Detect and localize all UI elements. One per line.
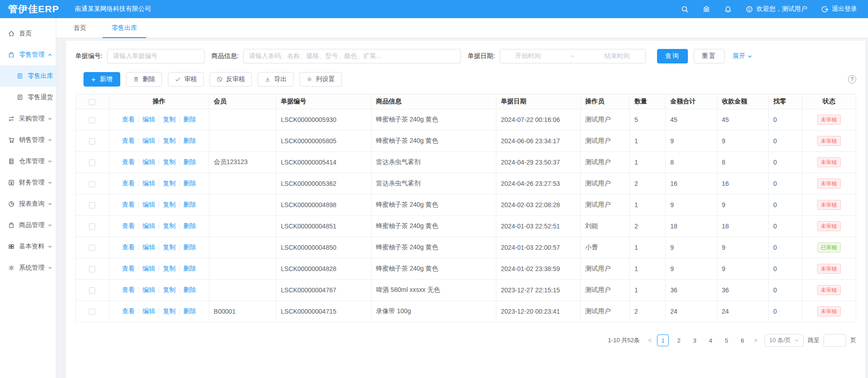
row-checkbox[interactable] xyxy=(89,223,95,230)
product-info-input[interactable]: 请输入条码、名称、规格、型号、颜色、扩展... xyxy=(243,49,461,63)
delete-link[interactable]: 删除 xyxy=(183,265,196,272)
delete-link[interactable]: 删除 xyxy=(183,201,196,208)
sidebar-item-home[interactable]: 首页 xyxy=(0,23,56,44)
delete-link[interactable]: 删除 xyxy=(183,116,196,123)
delete-link[interactable]: 删除 xyxy=(183,137,196,144)
unaudit-button[interactable]: 反审核 xyxy=(210,72,252,87)
view-link[interactable]: 查看 xyxy=(122,201,135,208)
tab-retail-outbound[interactable]: 零售出库 xyxy=(109,18,140,38)
sidebar-item-sales-management[interactable]: 销售管理 xyxy=(0,129,56,150)
page-button-5[interactable]: 5 xyxy=(721,334,732,346)
copy-link[interactable]: 复制 xyxy=(163,158,176,165)
edit-link[interactable]: 编辑 xyxy=(142,158,155,165)
next-page-button[interactable]: > xyxy=(752,337,759,344)
copy-link[interactable]: 复制 xyxy=(163,243,176,251)
expand-link[interactable]: 展开 xyxy=(733,52,752,60)
row-checkbox[interactable] xyxy=(89,160,95,166)
logout-button[interactable]: 退出登录 xyxy=(821,5,857,13)
search-button[interactable]: 查询 xyxy=(657,49,688,63)
row-checkbox[interactable] xyxy=(89,309,95,315)
view-link[interactable]: 查看 xyxy=(122,307,135,315)
view-link[interactable]: 查看 xyxy=(122,137,135,144)
view-link[interactable]: 查看 xyxy=(122,286,135,293)
delete-link[interactable]: 删除 xyxy=(183,179,196,187)
delete-link[interactable]: 删除 xyxy=(183,158,196,165)
help-icon[interactable]: ? xyxy=(848,75,856,83)
sidebar-item-retail-outbound[interactable]: 零售出库 xyxy=(0,65,56,87)
edit-link[interactable]: 编辑 xyxy=(142,265,155,272)
view-link[interactable]: 查看 xyxy=(122,222,135,229)
row-checkbox[interactable] xyxy=(89,202,95,208)
copy-link[interactable]: 复制 xyxy=(163,307,176,315)
row-checkbox[interactable] xyxy=(89,245,95,251)
audit-button[interactable]: 审核 xyxy=(168,72,204,87)
edit-link[interactable]: 编辑 xyxy=(142,307,155,315)
export-button[interactable]: 导出 xyxy=(258,72,294,87)
delete-link[interactable]: 删除 xyxy=(183,286,196,293)
view-link[interactable]: 查看 xyxy=(122,243,135,251)
copy-link[interactable]: 复制 xyxy=(163,222,176,229)
edit-link[interactable]: 编辑 xyxy=(142,137,155,144)
row-actions-cell: 查看编辑复制删除 xyxy=(109,280,209,301)
status-cell: 未审核 xyxy=(802,152,856,173)
page-button-4[interactable]: 4 xyxy=(705,334,716,346)
row-checkbox[interactable] xyxy=(89,287,95,294)
copy-link[interactable]: 复制 xyxy=(163,201,176,208)
edit-link[interactable]: 编辑 xyxy=(142,116,155,123)
jump-page-input[interactable] xyxy=(824,334,846,347)
row-checkbox[interactable] xyxy=(89,266,95,272)
reset-button[interactable]: 重置 xyxy=(694,49,725,63)
search-icon[interactable] xyxy=(681,5,689,13)
view-link[interactable]: 查看 xyxy=(122,158,135,165)
page-button-6[interactable]: 6 xyxy=(736,334,748,346)
row-checkbox[interactable] xyxy=(89,181,95,187)
bill-no-input[interactable]: 请输入单据编号 xyxy=(107,49,205,63)
delete-link[interactable]: 删除 xyxy=(183,243,196,251)
row-checkbox[interactable] xyxy=(89,117,95,123)
copy-link[interactable]: 复制 xyxy=(163,116,176,123)
operator-cell: 测试用户 xyxy=(580,194,629,216)
sidebar-item-retail-management[interactable]: 零售管理 xyxy=(0,44,56,65)
sidebar-item-goods-management[interactable]: 商品管理 xyxy=(0,214,56,236)
copy-link[interactable]: 复制 xyxy=(163,179,176,187)
bank-icon[interactable] xyxy=(702,5,711,13)
date-range-input[interactable]: 开始时间 ~ 结束时间 xyxy=(500,49,646,63)
sidebar-item-purchase-management[interactable]: 采购管理 xyxy=(0,108,56,129)
delete-link[interactable]: 删除 xyxy=(183,307,196,315)
status-cell: 未审核 xyxy=(802,131,856,152)
edit-link[interactable]: 编辑 xyxy=(142,286,155,293)
add-button[interactable]: +新增 xyxy=(83,72,120,87)
edit-link[interactable]: 编辑 xyxy=(142,179,155,187)
bell-icon[interactable] xyxy=(724,5,732,13)
delete-link[interactable]: 删除 xyxy=(183,222,196,229)
user-welcome[interactable]: 欢迎您，测试用户 xyxy=(745,5,807,13)
sidebar-item-retail-return[interactable]: 零售退货 xyxy=(0,87,56,108)
copy-link[interactable]: 复制 xyxy=(163,286,176,293)
sidebar-item-report-query[interactable]: 报表查询 xyxy=(0,193,56,214)
sidebar-item-basic-data[interactable]: 基本资料 xyxy=(0,236,56,257)
sidebar-item-warehouse-management[interactable]: 仓库管理 xyxy=(0,150,56,172)
operator-cell: 测试用户 xyxy=(580,173,629,194)
tab-home[interactable]: 首页 xyxy=(71,18,89,38)
page-button-2[interactable]: 2 xyxy=(673,334,685,346)
edit-link[interactable]: 编辑 xyxy=(142,222,155,229)
page-button-3[interactable]: 3 xyxy=(689,334,701,346)
edit-link[interactable]: 编辑 xyxy=(142,201,155,208)
delete-button[interactable]: 删除 xyxy=(126,72,162,87)
page-size-select[interactable]: 10 条/页 xyxy=(765,334,804,347)
page-button-1[interactable]: 1 xyxy=(657,334,669,346)
sidebar-item-system-management[interactable]: 系统管理 xyxy=(0,257,56,278)
column-settings-button[interactable]: 列设置 xyxy=(299,72,342,87)
select-all-checkbox[interactable] xyxy=(89,99,95,105)
view-link[interactable]: 查看 xyxy=(122,116,135,123)
prev-page-button[interactable]: < xyxy=(647,337,653,344)
view-link[interactable]: 查看 xyxy=(122,265,135,272)
edit-link[interactable]: 编辑 xyxy=(142,243,155,251)
date-cell: 2023-12-20 00:23:41 xyxy=(496,301,581,322)
copy-link[interactable]: 复制 xyxy=(163,137,176,144)
view-link[interactable]: 查看 xyxy=(122,179,135,187)
copy-link[interactable]: 复制 xyxy=(163,265,176,272)
sidebar-item-finance-management[interactable]: 财务管理 xyxy=(0,172,56,193)
divider xyxy=(179,138,180,144)
row-checkbox[interactable] xyxy=(89,138,95,145)
